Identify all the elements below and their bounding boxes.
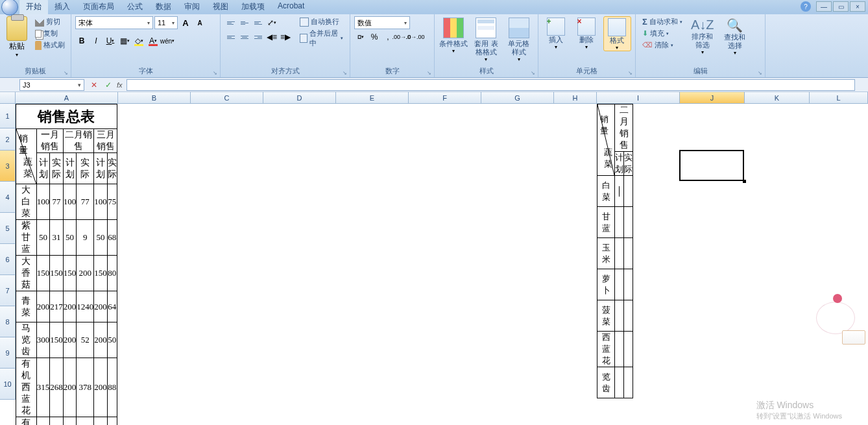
minimize-button[interactable]: — [816,1,832,12]
table1-veg-name[interactable]: 大 香 菇 [16,256,37,291]
row-header-1[interactable]: 1 [0,104,16,128]
col-header-H[interactable]: H [554,92,597,104]
table1-veg-name[interactable]: 有 机 西 蓝 花 [16,358,37,417]
tab-视图[interactable]: 视图 [206,0,235,14]
table2-veg-name[interactable]: 览 齿 [597,367,615,398]
table1-veg-name[interactable]: 紫 甘 蓝 [16,220,37,256]
table2-veg-name[interactable]: 萝 卜 [597,269,615,300]
table2-cell[interactable] [624,238,633,269]
table1-data-cell[interactable]: 268 [50,358,64,417]
align-center-button[interactable] [238,30,251,43]
table1-veg-name[interactable]: 大 白 菜 [16,184,37,220]
bold-button[interactable]: B [75,34,88,47]
clear-button[interactable]: ⌫清除▾ [640,40,685,51]
table2-cell[interactable] [624,367,633,398]
row-header-6[interactable]: 6 [0,244,16,275]
table2-veg-name[interactable]: 玉 米 [597,238,615,269]
align-right-button[interactable] [252,30,265,43]
table1-data-cell[interactable]: 200 [94,358,108,417]
name-box[interactable]: J3▾ [19,79,84,91]
col-header-L[interactable]: L [810,92,868,104]
confirm-formula-button[interactable]: ✓ [102,80,114,90]
wrap-text-button[interactable]: 自动换行 [297,16,346,27]
italic-button[interactable]: I [90,34,102,47]
row-header-9[interactable]: 9 [0,337,16,369]
increase-indent-button[interactable]: ≡▶ [279,30,292,43]
col-header-A[interactable]: A [16,92,118,104]
table1-data-cell[interactable]: 200 [63,291,77,322]
table1-data-cell[interactable]: 122 [50,417,64,426]
table1-data-cell[interactable]: 150 [63,256,77,291]
merge-center-button[interactable]: 合并后居中▾ [297,28,346,49]
table-format-button[interactable]: 套用 表格格式▾ [471,16,501,62]
insert-cells-button[interactable]: 插入▾ [542,16,570,50]
row-header-3[interactable]: 3 [0,151,16,182]
tab-插入[interactable]: 插入 [48,0,77,14]
table1-data-cell[interactable]: 300 [36,322,50,358]
table1-data-cell[interactable]: 31 [50,220,64,256]
paste-button[interactable]: 粘贴 ▾ [4,16,30,58]
tab-加载项[interactable]: 加载项 [235,0,271,14]
office-button[interactable] [1,0,18,16]
accounting-button[interactable]: ¤▾ [354,30,367,43]
phonetic-button[interactable]: wén▾ [161,34,174,47]
col-header-D[interactable]: D [263,92,336,104]
help-icon[interactable]: ? [801,1,811,12]
table2-cell[interactable] [624,300,633,332]
tab-页面布局[interactable]: 页面布局 [77,0,121,14]
table1-data-cell[interactable]: 50 [94,220,108,256]
format-painter-button[interactable]: 格式刷 [34,40,66,51]
table2-cell[interactable] [624,207,633,238]
table1-data-cell[interactable]: 88 [107,358,117,417]
table1-data-cell[interactable]: 64 [107,291,117,322]
font-color-button[interactable]: A▾ [147,34,160,47]
table2-cell[interactable] [624,332,633,367]
table1-data-cell[interactable]: 77 [50,184,64,220]
tab-公式[interactable]: 公式 [121,0,149,14]
table1-veg-name[interactable]: 青 菜 [16,291,37,322]
table1-data-cell[interactable]: 52 [77,322,94,358]
table1-data-cell[interactable]: 217 [50,291,64,322]
row-header-4[interactable]: 4 [0,182,16,213]
table1-data-cell[interactable]: 150 [94,417,108,426]
tab-审阅[interactable]: 审阅 [178,0,206,14]
grow-font-button[interactable]: A [179,16,192,29]
tab-Acrobat[interactable]: Acrobat [271,0,311,14]
row-header-5[interactable]: 5 [0,213,16,244]
sort-filter-button[interactable]: A↓Z排序和 筛选▾ [688,16,717,55]
col-header-E[interactable]: E [336,92,409,104]
table1-data-cell[interactable]: 200 [94,291,108,322]
table2-cell[interactable] [624,269,633,300]
format-cells-button[interactable]: 格式▾ [603,16,631,51]
table1-data-cell[interactable]: 68 [107,220,117,256]
table1-data-cell[interactable]: 100 [94,184,108,220]
delete-cells-button[interactable]: 删除▾ [573,16,601,50]
table1-data-cell[interactable]: 378 [77,358,94,417]
fx-icon[interactable]: fx [117,81,123,89]
tab-开始[interactable]: 开始 [19,0,48,14]
row-header-7[interactable]: 7 [0,275,16,306]
col-header-F[interactable]: F [409,92,481,104]
restore-button[interactable]: ▭ [833,1,849,12]
table1-data-cell[interactable]: 50 [107,322,117,358]
fill-button[interactable]: ⬇填充▾ [640,28,685,39]
table1-data-cell[interactable]: 150 [36,417,50,426]
table1-veg-name[interactable]: 马 览 齿 [16,322,37,358]
table1-data-cell[interactable]: 150 [50,322,64,358]
table1-data-cell[interactable]: 100 [36,184,50,220]
cut-button[interactable]: 剪切 [34,16,66,27]
border-button[interactable]: ▦▾ [118,34,131,47]
table1-data-cell[interactable]: 77 [77,184,94,220]
find-select-button[interactable]: 🔍查找和 选择▾ [720,16,750,56]
table2-veg-name[interactable]: 甘 蓝 [597,207,615,238]
table1-data-cell[interactable]: 575 [77,417,94,426]
copy-button[interactable]: 复制 [34,28,66,39]
table1-data-cell[interactable]: 9 [77,220,94,256]
formula-input[interactable] [127,79,855,91]
table1-data-cell[interactable]: 200 [63,358,77,417]
col-header-G[interactable]: G [481,92,554,104]
table1-data-cell[interactable]: 80 [107,256,117,291]
decrease-decimal-button[interactable]: .0→.00 [409,30,422,43]
table1-data-cell[interactable]: 150 [50,256,64,291]
table1-data-cell[interactable]: 150 [36,256,50,291]
